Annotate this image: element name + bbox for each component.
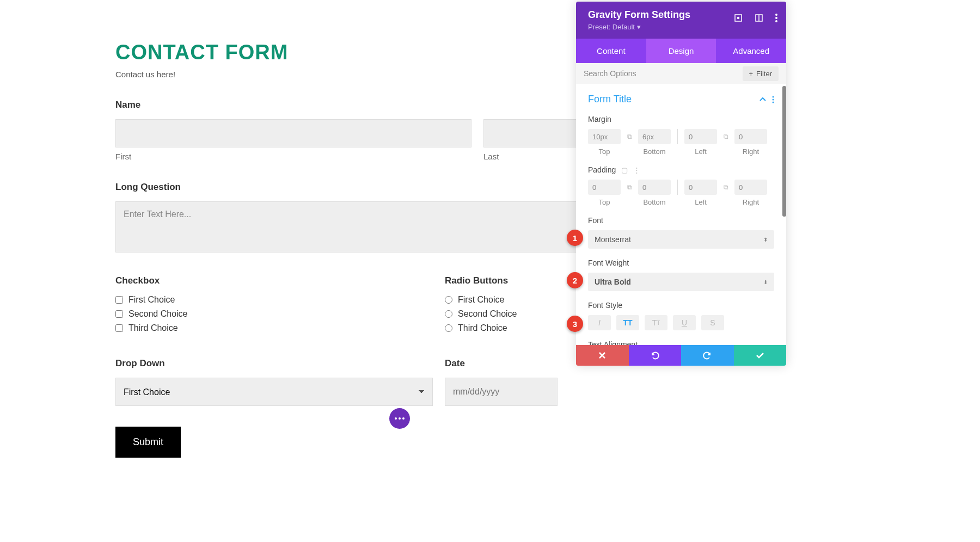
link-icon[interactable]: ⧉ xyxy=(721,133,730,140)
svg-point-4 xyxy=(775,14,777,16)
radio-3-label: Third Choice xyxy=(458,323,507,333)
first-name-input[interactable] xyxy=(115,119,471,147)
padding-label: Padding ▢ ⋮ xyxy=(588,165,774,174)
first-label: First xyxy=(115,152,471,161)
section-title: Form Title xyxy=(588,94,774,105)
more-vertical-icon[interactable]: ⋮ xyxy=(633,166,640,174)
underline-button[interactable]: U xyxy=(673,315,696,330)
checkbox-1-label: First Choice xyxy=(128,295,175,305)
divider xyxy=(677,180,678,195)
fab-more-button[interactable] xyxy=(389,408,410,429)
annotation-3: 3 xyxy=(567,316,583,332)
font-dropdown[interactable]: Montserrat ⬍ xyxy=(588,230,774,249)
font-label: Font xyxy=(588,216,774,225)
search-input[interactable] xyxy=(584,69,743,78)
columns-icon[interactable] xyxy=(755,14,763,22)
tab-design[interactable]: Design xyxy=(646,39,716,63)
side-right-label: Right xyxy=(734,198,767,206)
annotation-1: 1 xyxy=(567,230,583,246)
cancel-button[interactable] xyxy=(576,345,629,366)
redo-button[interactable] xyxy=(681,345,734,366)
caret-icon: ⬍ xyxy=(763,237,768,243)
radio-3[interactable] xyxy=(445,324,452,332)
padding-right-input[interactable] xyxy=(734,180,767,195)
font-weight-label: Font Weight xyxy=(588,258,774,267)
scrollbar[interactable] xyxy=(782,86,786,217)
tab-content[interactable]: Content xyxy=(576,39,646,63)
annotation-2: 2 xyxy=(567,272,583,288)
panel-preset[interactable]: Preset: Default ▾ xyxy=(588,23,774,31)
font-style-label: Font Style xyxy=(588,301,774,310)
tab-advanced[interactable]: Advanced xyxy=(716,39,786,63)
side-bottom-label: Bottom xyxy=(638,198,671,206)
svg-point-5 xyxy=(775,17,777,19)
caret-icon: ⬍ xyxy=(763,279,768,285)
save-button[interactable] xyxy=(734,345,787,366)
checkbox-1[interactable] xyxy=(115,296,123,304)
panel-header: Gravity Form Settings Preset: Default ▾ xyxy=(576,2,786,39)
margin-label: Margin xyxy=(588,115,774,124)
text-alignment-label: Text Alignment xyxy=(588,340,774,345)
caret-down-icon: ▾ xyxy=(637,23,641,31)
side-top-label: Top xyxy=(588,198,621,206)
radio-2-label: Second Choice xyxy=(458,309,517,319)
side-left-label: Left xyxy=(684,147,717,156)
more-vertical-icon[interactable] xyxy=(772,96,774,103)
dot-icon xyxy=(395,417,397,420)
svg-point-8 xyxy=(773,98,774,100)
link-icon[interactable]: ⧉ xyxy=(721,183,730,191)
margin-bottom-input[interactable] xyxy=(638,129,671,144)
radio-1-label: First Choice xyxy=(458,295,504,305)
dropdown-select[interactable]: First Choice xyxy=(115,378,433,406)
italic-button[interactable]: I xyxy=(588,315,611,330)
uppercase-button[interactable]: TT xyxy=(616,315,639,330)
strikethrough-button[interactable]: S xyxy=(701,315,724,330)
checkbox-3[interactable] xyxy=(115,324,123,332)
plus-icon: + xyxy=(749,70,754,78)
link-icon[interactable]: ⧉ xyxy=(625,183,634,191)
checkbox-3-label: Third Choice xyxy=(128,323,178,333)
checkbox-2-label: Second Choice xyxy=(128,309,188,319)
checkbox-label: Checkbox xyxy=(115,275,433,286)
radio-1[interactable] xyxy=(445,296,452,304)
font-weight-dropdown[interactable]: Ultra Bold ⬍ xyxy=(588,273,774,291)
padding-top-input[interactable] xyxy=(588,180,621,195)
side-left-label: Left xyxy=(684,198,717,206)
margin-left-input[interactable] xyxy=(684,129,717,144)
radio-2[interactable] xyxy=(445,310,452,318)
dot-icon xyxy=(402,417,405,420)
more-vertical-icon[interactable] xyxy=(775,14,777,22)
link-icon[interactable]: ⧉ xyxy=(625,133,634,140)
side-bottom-label: Bottom xyxy=(638,147,671,156)
undo-button[interactable] xyxy=(629,345,682,366)
device-icon[interactable]: ▢ xyxy=(621,166,628,174)
settings-panel: Gravity Form Settings Preset: Default ▾ … xyxy=(576,2,786,366)
expand-icon[interactable] xyxy=(734,14,743,22)
panel-footer xyxy=(576,345,786,366)
date-input[interactable] xyxy=(445,378,558,406)
submit-button[interactable]: Submit xyxy=(115,427,181,458)
divider xyxy=(677,129,678,144)
chevron-up-icon[interactable] xyxy=(759,97,767,102)
padding-left-input[interactable] xyxy=(684,180,717,195)
svg-point-1 xyxy=(738,17,739,19)
padding-bottom-input[interactable] xyxy=(638,180,671,195)
checkbox-2[interactable] xyxy=(115,310,123,318)
dropdown-label: Drop Down xyxy=(115,358,433,369)
margin-right-input[interactable] xyxy=(734,129,767,144)
search-row: + Filter xyxy=(576,63,786,84)
svg-point-7 xyxy=(773,96,774,97)
tabs: Content Design Advanced xyxy=(576,39,786,63)
side-right-label: Right xyxy=(734,147,767,156)
dot-icon xyxy=(399,417,401,420)
side-top-label: Top xyxy=(588,147,621,156)
margin-top-input[interactable] xyxy=(588,129,621,144)
filter-button[interactable]: + Filter xyxy=(743,66,779,81)
svg-point-6 xyxy=(775,20,777,22)
svg-point-9 xyxy=(773,101,774,103)
smallcaps-button[interactable]: TT xyxy=(645,315,667,330)
panel-body: Form Title Margin ⧉ ⧉ Top Bottom xyxy=(576,84,786,345)
